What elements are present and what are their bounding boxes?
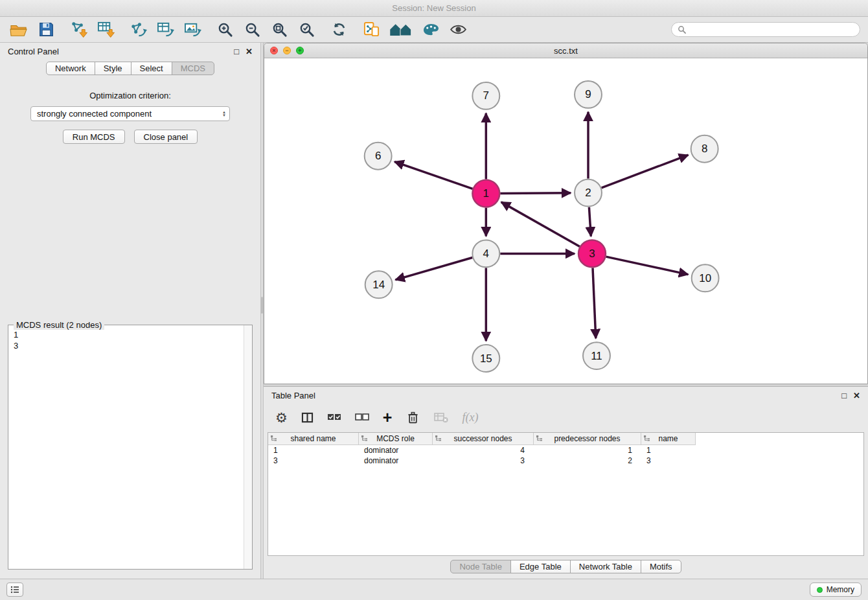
result-scrollbar[interactable]	[244, 325, 252, 569]
window-titlebar[interactable]: Session: New Session	[0, 0, 868, 17]
graph-edge[interactable]	[593, 268, 596, 338]
search-box[interactable]	[671, 22, 860, 37]
close-panel-button[interactable]: Close panel	[134, 130, 198, 144]
control-panel-tabs: NetworkStyleSelectMCDS	[0, 62, 260, 75]
delete-columns-button[interactable]	[405, 408, 420, 427]
graph-edge[interactable]	[394, 162, 472, 189]
mcds-result-line: 3	[14, 340, 247, 351]
refresh-icon	[331, 21, 347, 38]
table-panel-float-icon[interactable]: □	[841, 391, 847, 400]
graph-edge[interactable]	[606, 257, 688, 275]
create-column-button[interactable]: +	[383, 408, 393, 427]
tab-motifs[interactable]: Motifs	[641, 560, 681, 573]
apply-style-button[interactable]	[420, 19, 442, 40]
export-table-button[interactable]	[154, 19, 176, 40]
checked-boxes-icon	[327, 412, 341, 422]
table-mode-button[interactable]	[301, 408, 314, 427]
gear-icon: ⚙	[275, 411, 288, 424]
tab-style[interactable]: Style	[95, 62, 131, 75]
search-input[interactable]	[690, 25, 854, 34]
minimize-window-button[interactable]: −	[283, 47, 291, 54]
close-window-button[interactable]: ×	[270, 47, 278, 54]
column-header-name[interactable]: name	[641, 433, 696, 445]
optimization-criterion-select[interactable]: strongly connected component ▲ ▼	[30, 106, 230, 121]
column-header-mcds-role[interactable]: MCDS role	[359, 433, 433, 445]
network-window-titlebar[interactable]: × − + scc.txt	[264, 43, 867, 58]
dropdown-stepper-icon: ▲ ▼	[222, 111, 226, 117]
graph-node-label: 1	[483, 187, 489, 200]
import-network-icon	[70, 21, 87, 38]
eye-icon	[450, 23, 467, 36]
zoom-out-button[interactable]	[241, 19, 263, 40]
refresh-layout-button[interactable]	[328, 19, 350, 40]
graph-edge[interactable]	[500, 193, 571, 194]
show-all-columns-button[interactable]	[327, 408, 341, 427]
export-image-button[interactable]	[181, 19, 203, 40]
table-cell[interactable]: 1	[641, 446, 696, 455]
table-row[interactable]: 1dominator411	[268, 445, 863, 456]
graph-edge[interactable]	[589, 207, 591, 237]
control-panel-float-icon[interactable]: □	[234, 47, 239, 56]
reset-view-button[interactable]	[387, 19, 415, 40]
mcds-panel-content: Optimization criterion: strongly connect…	[0, 79, 260, 579]
clipboard-network-icon	[363, 21, 380, 38]
hide-all-columns-button[interactable]	[355, 408, 369, 427]
table-cell[interactable]: 3	[433, 456, 534, 465]
network-snapshot-button[interactable]	[360, 19, 382, 40]
table-panel-close-icon[interactable]: ✕	[853, 391, 860, 400]
export-network-icon	[130, 21, 147, 38]
search-icon	[678, 25, 686, 34]
table-cell[interactable]: 3	[641, 456, 696, 465]
function-builder-button[interactable]: f(x)	[462, 408, 478, 427]
table-cell[interactable]: 4	[433, 446, 534, 455]
save-session-button[interactable]	[35, 19, 57, 40]
control-panel-close-icon[interactable]: ✕	[246, 47, 253, 56]
graph-node-label: 2	[585, 187, 591, 199]
workspace-column: × − + scc.txt 79681243141015	[264, 43, 868, 579]
import-network-button[interactable]	[67, 19, 89, 40]
graph-edge[interactable]	[395, 257, 472, 279]
splitter-grip-icon	[261, 297, 263, 314]
zoom-selected-button[interactable]	[295, 19, 317, 40]
delete-table-button[interactable]	[434, 408, 448, 427]
tab-mcds[interactable]: MCDS	[172, 62, 214, 75]
graph-node-label: 3	[589, 248, 595, 260]
column-header-shared-name[interactable]: shared name	[268, 433, 359, 445]
show-graphics-details-button[interactable]	[447, 19, 469, 40]
table-cell[interactable]: dominator	[359, 446, 433, 455]
tab-edge-table[interactable]: Edge Table	[510, 560, 571, 573]
table-cell[interactable]: 1	[534, 446, 641, 455]
task-history-button[interactable]	[6, 583, 23, 597]
table-cell[interactable]: 1	[268, 446, 359, 455]
export-image-icon	[184, 21, 201, 38]
graph-edge[interactable]	[501, 202, 580, 247]
network-canvas[interactable]: 7968124314101511	[264, 58, 867, 384]
column-header-predecessor-nodes[interactable]: predecessor nodes	[534, 433, 641, 445]
table-empty-area	[268, 466, 863, 555]
column-type-icon	[536, 435, 543, 442]
table-cell[interactable]: 3	[268, 456, 359, 465]
zoom-window-button[interactable]: +	[296, 47, 304, 54]
column-settings-button[interactable]: ⚙	[275, 408, 288, 427]
graph-edge[interactable]	[602, 155, 689, 188]
open-session-button[interactable]	[8, 19, 30, 40]
tab-select[interactable]: Select	[131, 62, 172, 75]
tab-network-table[interactable]: Network Table	[570, 560, 641, 573]
column-header-successor-nodes[interactable]: successor nodes	[433, 433, 534, 445]
column-type-icon	[270, 435, 277, 442]
tab-node-table[interactable]: Node Table	[450, 560, 511, 573]
memory-button[interactable]: Memory	[810, 583, 862, 597]
zoom-fit-button[interactable]	[268, 19, 290, 40]
run-mcds-button[interactable]: Run MCDS	[63, 130, 125, 144]
zoom-in-button[interactable]	[214, 19, 236, 40]
panel-splitter[interactable]	[260, 43, 264, 579]
table-cell[interactable]: 2	[534, 456, 641, 465]
table-row[interactable]: 3dominator323	[268, 456, 863, 466]
export-network-button[interactable]	[127, 19, 149, 40]
unchecked-boxes-icon	[355, 412, 369, 422]
zoom-out-icon	[244, 21, 260, 38]
tab-network[interactable]: Network	[46, 62, 95, 75]
graph-node-label: 8	[702, 143, 707, 155]
import-table-button[interactable]	[95, 19, 117, 40]
table-cell[interactable]: dominator	[359, 456, 433, 465]
